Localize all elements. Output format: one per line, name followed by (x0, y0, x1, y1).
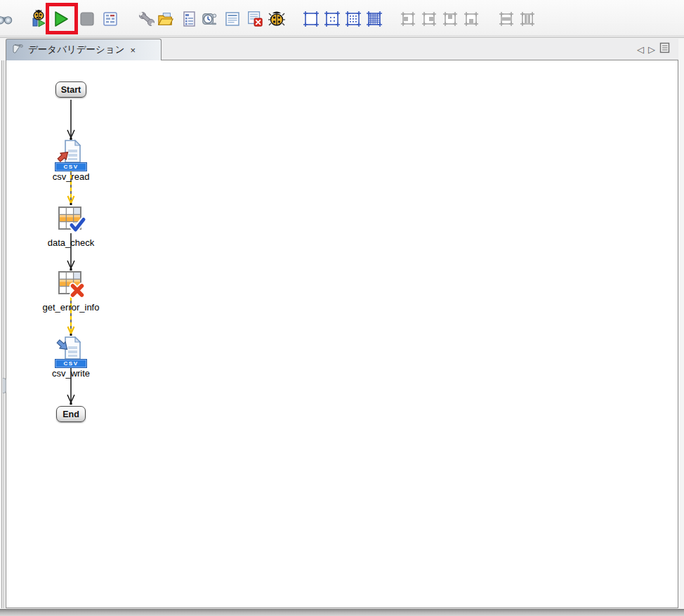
schedule-clock-icon[interactable] (201, 10, 218, 28)
grid-settings-icon[interactable] (102, 10, 119, 28)
distribute-horizontal-icon[interactable] (498, 10, 515, 28)
toolbar (0, 0, 684, 38)
grid-medium-icon[interactable] (345, 10, 362, 28)
node-start[interactable]: Start (55, 81, 86, 98)
edge-data_check-get_error_info[interactable] (66, 233, 76, 271)
prev-tab-icon[interactable]: ◁ (637, 44, 644, 55)
grid-small-icon[interactable] (324, 10, 341, 28)
csv-read-badge[interactable]: CSV (55, 163, 86, 171)
node-get-error-info[interactable] (57, 270, 85, 301)
search-binoculars-icon[interactable] (0, 10, 13, 28)
script-scroll-icon (12, 43, 24, 58)
tab-bar: データバリデーション × ◁ ▷ (6, 39, 678, 60)
edge-csv_read-data_check[interactable] (66, 169, 76, 206)
stop-icon[interactable] (79, 10, 96, 28)
bottom-scrollbar[interactable] (0, 609, 684, 616)
left-panel-splitter[interactable] (1, 60, 4, 608)
tab-data-validation[interactable]: データバリデーション × (6, 39, 162, 60)
edge-csv_write-end[interactable] (66, 365, 76, 405)
csv-write-badge[interactable]: CSV (55, 360, 86, 367)
error-log-icon[interactable] (246, 10, 263, 28)
align-bottom-icon[interactable] (463, 10, 480, 28)
node-end[interactable]: End (56, 406, 86, 422)
script-list-icon[interactable] (180, 10, 197, 28)
tab-controls: ◁ ▷ (637, 42, 670, 56)
align-top-icon[interactable] (442, 10, 459, 28)
tab-title: データバリデーション (28, 44, 125, 56)
align-right-icon[interactable] (421, 10, 438, 28)
grid-large-icon[interactable] (366, 10, 383, 28)
edge-start-csv_read[interactable] (66, 100, 76, 140)
next-tab-icon[interactable]: ▷ (648, 44, 655, 55)
project-folder-icon[interactable] (157, 10, 174, 28)
debug-bug-icon[interactable] (268, 10, 285, 28)
execution-log-icon[interactable] (224, 10, 241, 28)
flow-canvas[interactable]: Start CSV csv_read (6, 60, 678, 608)
run-icon[interactable] (53, 10, 70, 28)
align-left-icon[interactable] (400, 10, 416, 28)
grid-none-icon[interactable] (303, 10, 320, 28)
node-data-check[interactable] (57, 205, 85, 236)
tools-wrench-icon[interactable] (138, 10, 155, 28)
edge-get_error_info-csv_write[interactable] (66, 297, 76, 336)
splitter-handle[interactable] (3, 378, 6, 393)
workflow-studio-window: データバリデーション × ◁ ▷ Start (0, 0, 684, 616)
distribute-vertical-icon[interactable] (519, 10, 536, 28)
tab-list-icon[interactable] (659, 42, 670, 56)
tab-close-icon[interactable]: × (131, 45, 136, 55)
debug-run-icon[interactable] (30, 10, 47, 28)
